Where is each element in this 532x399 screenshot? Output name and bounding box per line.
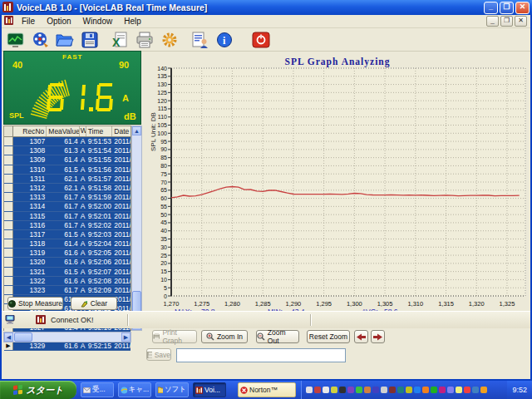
column-header[interactable]: Date (112, 126, 131, 136)
tray-icon[interactable] (397, 387, 404, 393)
column-header[interactable]: MeaValue (47, 126, 79, 136)
zoom-out-button[interactable]: Zoom Out (256, 330, 299, 343)
realtime-measure-button[interactable] (3, 29, 27, 51)
tray-icon[interactable] (422, 387, 429, 393)
scroll-up-arrow[interactable]: ▲ (132, 126, 141, 135)
table-row[interactable]: 132261.6A9:52:082011/04/04 (4, 277, 131, 286)
table-row[interactable]: 130861.3A9:51:542011/04/04 (4, 146, 131, 155)
media-button[interactable] (28, 29, 52, 51)
print-toolbar-button[interactable] (133, 29, 156, 51)
table-cell: 1314 (13, 202, 47, 210)
start-button[interactable]: スタート (0, 381, 76, 399)
scroll-left-arrow[interactable]: ◀ (4, 332, 13, 342)
tray-icon[interactable] (347, 387, 354, 393)
zoom-in-button[interactable]: Zoom In (201, 330, 248, 343)
tray-icon[interactable] (339, 387, 346, 393)
clear-button[interactable]: Clear (71, 297, 117, 310)
tray-icon[interactable] (331, 387, 337, 393)
table-row[interactable]: 131761.5A9:52:032011/04/04 (4, 230, 131, 239)
table-row[interactable]: 131461.7A9:52:002011/04/04 (4, 202, 131, 211)
tray-icon[interactable] (381, 387, 387, 393)
table-row[interactable]: 130761.4A9:51:532011/04/04 (4, 137, 131, 146)
table-row[interactable]: 132361.7A9:52:092011/04/04 (4, 286, 131, 295)
tray-icon[interactable] (414, 387, 421, 393)
tray-icon[interactable] (314, 387, 321, 393)
mdi-minimize-button[interactable]: _ (486, 16, 499, 27)
scroll-thumb-h[interactable] (14, 332, 32, 342)
report-icon (191, 32, 209, 48)
table-row[interactable]: 131361.7A9:51:592011/04/04 (4, 193, 131, 202)
close-button[interactable]: ✕ (515, 2, 530, 14)
menu-option[interactable]: Option (41, 16, 76, 27)
menu-help[interactable]: Help (118, 16, 147, 27)
table-row[interactable]: 131162.1A9:51:572011/04/04 (4, 175, 131, 184)
reset-zoom-button[interactable]: Reset Zoom (307, 330, 350, 343)
maximize-button[interactable]: ❐ (500, 2, 514, 14)
tray-icon[interactable] (480, 387, 487, 393)
save-filename-input[interactable] (176, 348, 346, 362)
table-row[interactable]: 131061.5A9:51:562011/04/04 (4, 165, 131, 175)
table-horizontal-scrollbar[interactable]: ◀ ▶ (3, 332, 131, 342)
table-row[interactable]: 132061.6A9:52:062011/04/04 (4, 258, 131, 267)
table-row[interactable]: 132161.5A9:52:072011/04/04 (4, 268, 131, 277)
tray-icon[interactable] (472, 387, 479, 393)
table-row[interactable]: 130961.4A9:51:552011/04/04 (4, 155, 131, 165)
table-row[interactable]: 131661.7A9:52:022011/04/04 (4, 221, 131, 230)
title-bar[interactable]: VoiceLAB 1.0 - [VoiceLAB Real Time Measu… (0, 0, 532, 15)
open-button[interactable] (53, 29, 76, 51)
settings-button[interactable] (158, 29, 181, 51)
taskbar-item-mail[interactable]: 受... (81, 382, 114, 397)
exit-button[interactable] (249, 29, 273, 51)
scroll-thumb[interactable] (132, 291, 141, 313)
taskbar-item-voicelab[interactable]: Voi... (193, 382, 226, 397)
row-indicator (4, 137, 13, 145)
table-row[interactable]: 131561.7A9:52:012011/04/04 (4, 212, 131, 221)
tray-icon[interactable] (406, 387, 412, 393)
menu-window[interactable]: Window (77, 16, 119, 27)
table-vertical-scrollbar[interactable]: ▲ ▼ (131, 126, 142, 331)
lcd-decimal-point (89, 107, 93, 111)
minimize-button[interactable]: _ (484, 2, 498, 14)
svg-text:55: 55 (160, 204, 167, 209)
report-button[interactable] (188, 29, 211, 51)
export-excel-button[interactable]: X (108, 29, 131, 51)
save-button[interactable]: Save (146, 348, 171, 361)
save-toolbar-button[interactable] (78, 29, 101, 51)
menu-file[interactable]: File (16, 16, 41, 27)
tray-icon[interactable] (439, 387, 446, 393)
table-cell: 9:52:04 (86, 239, 113, 248)
tray-icon[interactable] (431, 387, 437, 393)
tray-icon[interactable] (372, 387, 379, 393)
mdi-close-button[interactable]: ✕ (515, 16, 527, 27)
tray-icon[interactable] (389, 387, 396, 393)
tray-icon[interactable] (456, 387, 462, 393)
taskbar-item-folder[interactable]: ソフト (155, 382, 189, 397)
tray-icon[interactable] (364, 387, 371, 393)
column-header[interactable]: Time (86, 126, 113, 136)
table-row[interactable]: 131262.1A9:51:582011/04/04 (4, 184, 131, 193)
tray-icon[interactable] (447, 387, 454, 393)
table-cell: 1309 (13, 155, 47, 164)
table-row[interactable]: ▶132961.6A9:52:152011/04/04 (4, 342, 131, 351)
tray-icon[interactable] (356, 387, 362, 393)
y-axis-label: SPL Unit: DB (150, 112, 157, 151)
column-header[interactable]: W (80, 126, 86, 136)
table-cell: 2011/04/04 (112, 184, 131, 192)
print-graph-button[interactable]: Print Graph (152, 330, 197, 343)
table-row[interactable]: 131861.4A9:52:042011/04/04 (4, 239, 131, 249)
tray-icon[interactable] (464, 387, 470, 393)
scroll-graph-right-button[interactable] (371, 330, 385, 343)
scroll-graph-left-button[interactable] (354, 330, 368, 343)
taskbar-item-browser[interactable]: キャ... (118, 382, 151, 397)
svg-text:20: 20 (160, 260, 167, 266)
table-row[interactable]: 131961.6A9:52:052011/04/04 (4, 249, 131, 258)
column-header[interactable]: RecNo (13, 126, 47, 136)
tray-icon[interactable] (306, 387, 313, 393)
taskbar-item-norton[interactable]: Norton™ (238, 382, 296, 397)
tray-icon[interactable] (323, 387, 329, 393)
media-icon (32, 31, 49, 48)
scroll-right-arrow[interactable]: ▶ (121, 332, 131, 342)
stop-measure-button[interactable]: Stop Measure (7, 297, 63, 310)
mdi-restore-button[interactable]: ❐ (500, 16, 513, 27)
about-button[interactable]: i (213, 29, 236, 51)
